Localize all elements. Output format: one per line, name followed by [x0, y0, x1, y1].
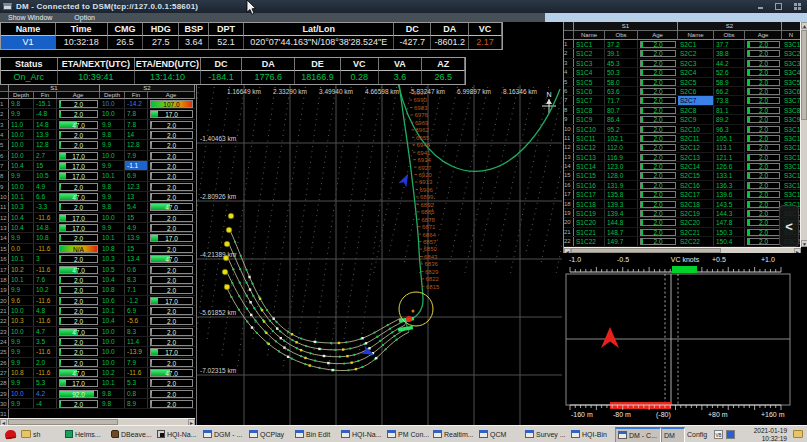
table-row[interactable]: 2110.04.82.010.16.92.0: [0, 306, 195, 316]
maximize-button[interactable]: [775, 3, 782, 10]
scroll-thumb[interactable]: [571, 248, 721, 253]
scroll-left-arrow[interactable]: ◄: [564, 248, 571, 253]
table-row[interactable]: 309.9-42.09.88.92.0: [0, 399, 195, 409]
table-row[interactable]: 20S1C20144.82.0S2C20147.82.0S3C20: [564, 218, 807, 227]
taskbar-item[interactable]: HQI-Na...: [155, 427, 201, 442]
table-row[interactable]: 2310.04.747.010.08.32.0: [0, 327, 195, 337]
table-row[interactable]: 11S1C11102.12.0S2C11105.12.0S3C11: [564, 134, 807, 143]
taskbar-item[interactable]: Bin Edit: [293, 427, 339, 442]
row-number: 15: [564, 171, 574, 179]
window-menu-button[interactable]: [794, 3, 801, 10]
scroll-thumb[interactable]: [801, 30, 807, 120]
table-row[interactable]: 7S1C771.72.0S2C773.82.0S3C7: [564, 96, 807, 105]
table-row[interactable]: 4S1C450.32.0S2C452.62.0S3C4: [564, 68, 807, 77]
taskbar-item[interactable]: Helms...: [63, 427, 109, 442]
table-row[interactable]: 2210.3-11.62.010.4-5.62.0: [0, 316, 195, 326]
table-row[interactable]: 1S1C137.22.0S2C137.72.0S3C1: [564, 40, 807, 49]
tray-app-icon[interactable]: [726, 430, 735, 439]
menu-show-window[interactable]: Show Window: [8, 14, 52, 21]
taskbar-item[interactable]: DM: [661, 427, 685, 442]
taskbar-item[interactable]: HQI-Bin: [569, 427, 615, 442]
age-bar: 2.0: [59, 307, 98, 315]
table-row[interactable]: 12S1C12112.02.0S2C12113.12.0S3C12: [564, 143, 807, 152]
table-row[interactable]: V110:32:1826.527.53.6452.1020°07'44.163"…: [1, 36, 502, 49]
compass-tick: [283, 340, 285, 342]
table-row[interactable]: 8S1C880.72.0S2C881.12.0S3C8: [564, 106, 807, 115]
table-row[interactable]: 1310.414.817.09.94.92.0: [0, 223, 195, 233]
table-row[interactable]: 2S1C239.12.0S2C238.82.0S3C2: [564, 49, 807, 58]
taskbar-item[interactable]: [3, 427, 19, 442]
depth-hscrollbar[interactable]: ◄►: [0, 418, 195, 425]
table-row[interactable]: 910.04.92.09.812.32.0: [0, 182, 195, 192]
menu-option[interactable]: Option: [74, 14, 95, 21]
scroll-right-arrow[interactable]: ►: [794, 248, 801, 253]
table-row[interactable]: 18S1C18139.32.0S2C18143.52.0S3C18: [564, 200, 807, 209]
nav-header-cell: HDG: [143, 23, 179, 36]
table-row[interactable]: 410.013.92.09.8142.0: [0, 130, 195, 140]
table-row[interactable]: 289.95.317.010.15.32.0: [0, 378, 195, 388]
table-row[interactable]: 13S1C13116.92.0S2C13121.12.0S3C13: [564, 153, 807, 162]
map-canvas[interactable]: 1.16649 km2.33290 km3.49940 km4.66598 km…: [197, 85, 562, 425]
table-row[interactable]: 269.92.02.010.07.92.0: [0, 358, 195, 368]
table-row[interactable]: 21S1C21148.72.0S2C21150.32.0S3C21: [564, 228, 807, 237]
table-row[interactable]: 10S1C1095.22.0S2C1096.32.0S3C10: [564, 125, 807, 134]
table-row[interactable]: 22S1C22149.72.0S2C22150.42.0S3C22: [564, 237, 807, 246]
table-row[interactable]: On_Arc10:39:4113:14:10-184.11776.618166.…: [1, 71, 465, 84]
age-bar-value: 2.0: [641, 164, 675, 170]
table-row[interactable]: 209.6-11.62.010.6-1.217.0: [0, 296, 195, 306]
taskbar-item[interactable]: DBeave...: [109, 427, 155, 442]
taskbar-item[interactable]: DM - C...: [615, 427, 661, 442]
compass-hscrollbar[interactable]: ◄►: [564, 247, 801, 253]
map-panel[interactable]: 1.16649 km2.33290 km3.49940 km4.66598 km…: [196, 85, 562, 425]
table-row[interactable]: 19.8-15.12.010.0-14.2107.0: [0, 99, 195, 109]
table-row[interactable]: 199.910.22.010.87.12.0: [0, 285, 195, 295]
taskbar-item[interactable]: QCM: [477, 427, 523, 442]
taskbar-item[interactable]: DGM - ...: [201, 427, 247, 442]
table-row[interactable]: 149.910.82.010.113.917.0: [0, 233, 195, 243]
table-row[interactable]: 3S1C345.32.0S2C344.22.0S3C3: [564, 59, 807, 68]
tray-folder-icon[interactable]: [793, 430, 803, 438]
table-row[interactable]: 249.93.52.010.011.42.0: [0, 337, 195, 347]
table-row[interactable]: 19S1C19139.42.0S2C19144.32.0S3C19: [564, 209, 807, 218]
table-row[interactable]: 1710.2-11.647.010.50.62.0: [0, 265, 195, 275]
taskbar-item[interactable]: Survey ...: [523, 427, 569, 442]
scroll-down-arrow[interactable]: ▼: [801, 240, 807, 247]
table-row[interactable]: 259.9-11.62.010.0-13.917.0: [0, 347, 195, 357]
table-row[interactable]: 89.910.517.010.16.92.0: [0, 171, 195, 181]
table-row[interactable]: 2910.04.292.09.80.82.0: [0, 389, 195, 399]
table-row[interactable]: 1110.3-3.32.09.85.447.0: [0, 202, 195, 212]
scroll-up-arrow[interactable]: ▲: [801, 22, 807, 29]
table-row[interactable]: 2710.8-11.647.010.2-11.647.0: [0, 368, 195, 378]
table-row[interactable]: 1010.16.647.09.9132.0: [0, 192, 195, 202]
taskbar-item[interactable]: Realtim...: [431, 427, 477, 442]
table-row[interactable]: 1210.4-11.617.010.0152.0: [0, 213, 195, 223]
table-row[interactable]: 15S1C15128.02.0S2C15133.12.0S3C15: [564, 171, 807, 180]
table-row[interactable]: 14S1C14123.02.0S2C14126.62.0S3C14: [564, 162, 807, 171]
table-row[interactable]: 6S1C663.62.0S2C666.22.0S3C6: [564, 87, 807, 96]
table-row[interactable]: 610.02.717.010.07.92.0: [0, 151, 195, 161]
table-row[interactable]: 710.41517.09.9-1.12.0: [0, 161, 195, 171]
table-row[interactable]: 311.014.847.09.97.82.0: [0, 120, 195, 130]
shot-point-label: 6997: [413, 90, 427, 96]
table-row[interactable]: 1610.132.010.313.447.0: [0, 254, 195, 264]
title-bar[interactable]: DM - Connected to DSM(tcp://127.0.0.1:58…: [0, 0, 807, 13]
taskbar-item[interactable]: QCPlay: [247, 427, 293, 442]
table-row[interactable]: 150.0-11.6N/A10.8152.0: [0, 244, 195, 254]
table-row[interactable]: 5S1C558.02.0S2C558.92.0S3C5: [564, 78, 807, 87]
taskbar-item[interactable]: sh: [19, 427, 63, 442]
fin-cell: 7.9: [125, 358, 148, 367]
taskbar-item[interactable]: Config: [685, 427, 712, 442]
tray-vb-icon[interactable]: VB: [714, 430, 723, 439]
table-row[interactable]: 29.9-4.82.010.07.817.0: [0, 109, 195, 119]
collapse-panel-button[interactable]: <: [779, 205, 799, 247]
depth-cell: 10.2: [100, 368, 125, 377]
minimize-button[interactable]: [758, 3, 763, 9]
table-row[interactable]: 16S1C16131.92.0S2C16136.32.0S3C16: [564, 181, 807, 190]
taskbar-item[interactable]: PM Con...: [385, 427, 431, 442]
table-row[interactable]: 9S1C986.42.0S2C989.22.0S3C9: [564, 115, 807, 124]
compass-vscrollbar[interactable]: ▲▼: [800, 22, 807, 247]
taskbar-item[interactable]: HQI-Na...: [339, 427, 385, 442]
table-row[interactable]: 17S1C17135.82.0S2C17139.62.0S3C17: [564, 190, 807, 199]
table-row[interactable]: 510.012.82.09.912.82.0: [0, 140, 195, 150]
table-row[interactable]: 1810.17.62.010.48.32.0: [0, 275, 195, 285]
